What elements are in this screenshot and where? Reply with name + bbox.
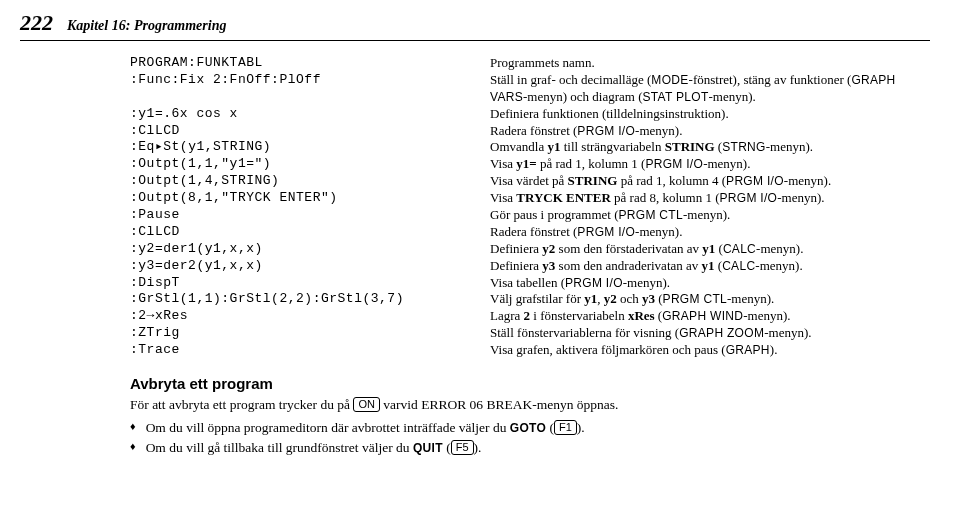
list-item: ♦Om du vill öppna programeditorn där avb… (130, 418, 930, 438)
description-cell: Ställ in graf- och decimalläge (MODE-fön… (490, 72, 930, 106)
code-cell: :ZTrig (130, 325, 470, 342)
code-cell: :Eq▸St(y1,STRING) (130, 139, 470, 156)
code-cell: :Pause (130, 207, 470, 224)
description-cell: Programmets namn. (490, 55, 930, 72)
section-intro: För att avbryta ett program trycker du p… (130, 396, 930, 414)
description-cell: Definiera y2 som den förstaderivatan av … (490, 241, 930, 258)
description-cell: Visa y1= på rad 1, kolumn 1 (PRGM I/O-me… (490, 156, 930, 173)
intro-text-pre: För att avbryta ett program trycker du p… (130, 397, 353, 412)
code-cell: :Outpt(8,1,"TRYCK ENTER") (130, 190, 470, 207)
code-cell: :Outpt(1,1,"y1=") (130, 156, 470, 173)
code-cell: :Func:Fix 2:FnOff:PlOff (130, 72, 470, 106)
function-key: F1 (554, 420, 577, 435)
description-cell: Visa tabellen (PRGM I/O-menyn). (490, 275, 930, 292)
description-cell: Omvandla y1 till strängvariabeln STRING … (490, 139, 930, 156)
description-cell: Visa grafen, aktivera följmarkören och p… (490, 342, 930, 359)
intro-text-post: varvid ERROR 06 BREAK-menyn öppnas. (380, 397, 619, 412)
code-cell: :ClLCD (130, 123, 470, 140)
code-description-table: PROGRAM:FUNKTABLProgrammets namn.:Func:F… (130, 55, 930, 359)
description-cell: Radera fönstret (PRGM I/O-menyn). (490, 123, 930, 140)
code-cell: :Trace (130, 342, 470, 359)
description-cell: Definiera funktionen (tilldelningsinstru… (490, 106, 930, 123)
code-cell: :Outpt(1,4,STRING) (130, 173, 470, 190)
bullet-text: Om du vill gå tillbaka till grundfönstre… (146, 438, 482, 458)
menu-name: QUIT (413, 441, 443, 455)
bullet-icon: ♦ (130, 439, 136, 459)
description-cell: Radera fönstret (PRGM I/O-menyn). (490, 224, 930, 241)
description-cell: Visa TRYCK ENTER på rad 8, kolumn 1 (PRG… (490, 190, 930, 207)
bullet-text: Om du vill öppna programeditorn där avbr… (146, 418, 585, 438)
code-cell: :ClLCD (130, 224, 470, 241)
function-key: F5 (451, 440, 474, 455)
description-cell: Gör paus i programmet (PRGM CTL-menyn). (490, 207, 930, 224)
code-cell: :y1=.6x cos x (130, 106, 470, 123)
code-cell: :GrStl(1,1):GrStl(2,2):GrStl(3,7) (130, 291, 470, 308)
description-cell: Välj grafstilar för y1, y2 och y3 (PRGM … (490, 291, 930, 308)
menu-name: GOTO (510, 421, 546, 435)
code-cell: :DispT (130, 275, 470, 292)
list-item: ♦Om du vill gå tillbaka till grundfönstr… (130, 438, 930, 458)
chapter-title: Kapitel 16: Programmering (67, 18, 226, 34)
description-cell: Visa värdet på STRING på rad 1, kolumn 4… (490, 173, 930, 190)
description-cell: Definiera y3 som den andraderivatan av y… (490, 258, 930, 275)
code-cell: :2→xRes (130, 308, 470, 325)
bullet-icon: ♦ (130, 419, 136, 439)
description-cell: Ställ fönstervariablerna för visning (GR… (490, 325, 930, 342)
on-key: ON (353, 397, 380, 412)
section-title: Avbryta ett program (130, 375, 930, 392)
code-cell: :y3=der2(y1,x,x) (130, 258, 470, 275)
page: 222 Kapitel 16: Programmering PROGRAM:FU… (0, 0, 960, 467)
page-number: 222 (20, 10, 53, 36)
code-cell: :y2=der1(y1,x,x) (130, 241, 470, 258)
page-header: 222 Kapitel 16: Programmering (20, 10, 930, 41)
description-cell: Lagra 2 i fönstervariabeln xRes (GRAPH W… (490, 308, 930, 325)
code-cell: PROGRAM:FUNKTABL (130, 55, 470, 72)
bullet-list: ♦Om du vill öppna programeditorn där avb… (130, 418, 930, 457)
